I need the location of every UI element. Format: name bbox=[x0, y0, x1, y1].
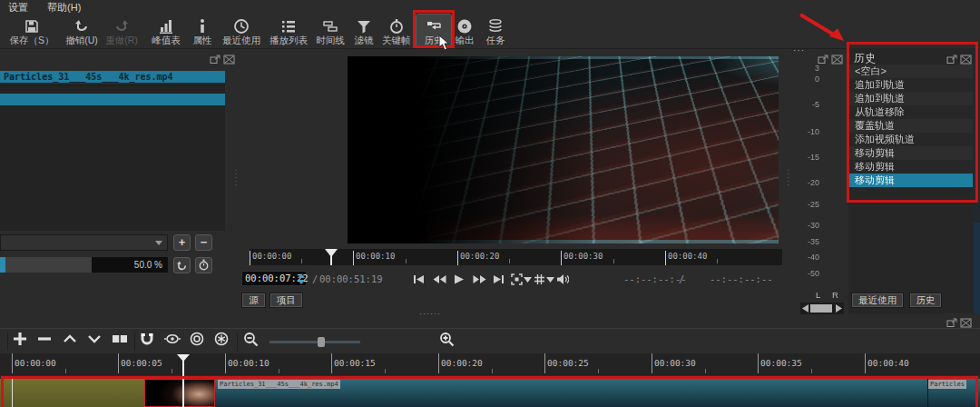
scrollbar-thumb[interactable] bbox=[810, 304, 832, 313]
scroll-left-icon[interactable] bbox=[802, 304, 808, 313]
timeline-tick-label: 00:00:05 bbox=[121, 358, 162, 368]
player-resize-handle[interactable]: ······ bbox=[419, 309, 441, 318]
tab-project[interactable]: 项目 bbox=[270, 293, 303, 308]
funnel-icon bbox=[350, 16, 377, 35]
filters-button[interactable]: 滤镜 bbox=[350, 15, 377, 47]
out-point-label: --:--:--:-- bbox=[710, 273, 773, 284]
filters-list-selected-row[interactable] bbox=[0, 94, 225, 105]
spinbox-arrows[interactable] bbox=[297, 273, 306, 286]
save-button[interactable]: 保存（S） bbox=[5, 15, 58, 47]
zoom-out-button[interactable] bbox=[240, 332, 261, 352]
param-undo-button[interactable] bbox=[173, 257, 191, 273]
spinner-down-icon[interactable] bbox=[298, 280, 305, 284]
timeline-add-button[interactable] bbox=[9, 332, 31, 352]
in-point-label: --:--:--:-- bbox=[623, 273, 687, 284]
snap-magnet-button[interactable] bbox=[136, 332, 158, 352]
recent-button[interactable]: 最近使用 bbox=[220, 15, 263, 47]
spinner-up-icon[interactable] bbox=[298, 273, 305, 278]
undo-button[interactable]: 撤销(U) bbox=[62, 15, 102, 47]
timeline-ruler[interactable]: 00:00:00 00:00:05 00:00:10 00:00:15 00:0… bbox=[0, 353, 980, 375]
timeline-remove-button[interactable] bbox=[34, 332, 55, 352]
clock-icon bbox=[220, 16, 263, 35]
export-button[interactable]: 输出 bbox=[451, 15, 478, 47]
collapse-down-button[interactable] bbox=[83, 332, 105, 352]
chevron-down-icon bbox=[155, 241, 162, 245]
timeline-button[interactable]: 时间线 bbox=[312, 15, 348, 47]
panel-splitter-handle[interactable]: ····· bbox=[233, 169, 239, 187]
timeline-zoom-slider-thumb[interactable] bbox=[318, 337, 325, 347]
add-preset-button[interactable]: + bbox=[173, 234, 191, 251]
position-spinbox[interactable]: 00:00:07:22 bbox=[241, 271, 307, 286]
zoom-fit-button[interactable] bbox=[511, 273, 523, 285]
play-button[interactable] bbox=[454, 273, 465, 285]
grid-button[interactable] bbox=[534, 273, 545, 285]
playlist-button[interactable]: 播放列表 bbox=[267, 15, 310, 47]
panel-close-icon[interactable] bbox=[223, 52, 235, 62]
ripple-all-tracks-button[interactable] bbox=[211, 332, 232, 352]
clip-olive[interactable] bbox=[0, 379, 144, 407]
skip-start-button[interactable] bbox=[413, 273, 425, 285]
panel-float-icon[interactable] bbox=[818, 52, 829, 62]
panel-float-icon[interactable] bbox=[946, 315, 958, 325]
undo-icon bbox=[62, 16, 102, 35]
tab-source[interactable]: 源 bbox=[241, 293, 266, 308]
history-item-selected[interactable]: 移动剪辑 bbox=[849, 174, 973, 187]
timeline-playhead[interactable] bbox=[182, 360, 184, 407]
history-item[interactable]: <空白> bbox=[849, 65, 973, 78]
panel-close-icon[interactable] bbox=[831, 52, 843, 62]
panel-splitter-handle[interactable]: ····· bbox=[786, 169, 791, 187]
history-item[interactable]: 添加视频轨道 bbox=[849, 133, 973, 146]
zoom-fit-caret-icon[interactable] bbox=[524, 277, 532, 283]
panel-close-icon[interactable] bbox=[960, 315, 972, 325]
panel-close-icon[interactable] bbox=[960, 52, 972, 62]
panel-float-icon[interactable] bbox=[210, 52, 221, 62]
clip-thumbnail[interactable] bbox=[144, 379, 215, 407]
panel-float-icon[interactable] bbox=[946, 52, 958, 62]
zoom-in-button[interactable] bbox=[436, 332, 457, 352]
meter-scrollbar[interactable] bbox=[800, 303, 844, 314]
history-button[interactable]: 历史 bbox=[416, 15, 451, 47]
history-item[interactable]: 覆盖轨道 bbox=[849, 119, 973, 133]
redo-button[interactable]: 重做(R) bbox=[102, 15, 142, 47]
keyframes-button[interactable]: 关键帧 bbox=[379, 15, 414, 47]
timeline-tick-label: 00:00:30 bbox=[654, 358, 696, 368]
history-item[interactable]: 追加到轨道 bbox=[849, 92, 973, 105]
param-value[interactable]: 50.0 % bbox=[92, 257, 168, 273]
preset-dropdown[interactable] bbox=[0, 234, 168, 251]
timeline-tick-label: 00:00:40 bbox=[867, 358, 909, 368]
db-scale-label: -40 bbox=[792, 253, 819, 262]
db-scale-label: -30 bbox=[792, 221, 819, 230]
tab-history[interactable]: 历史 bbox=[909, 293, 942, 308]
history-item[interactable]: 从轨道移除 bbox=[849, 105, 973, 119]
timeline-zoom-slider-track[interactable] bbox=[270, 341, 360, 343]
ripple-button[interactable] bbox=[186, 332, 208, 352]
meter-menu-button[interactable]: ··· bbox=[793, 45, 805, 55]
playlist-icon bbox=[267, 16, 310, 35]
history-item[interactable]: 追加到轨道 bbox=[849, 78, 973, 92]
skip-end-button[interactable] bbox=[493, 273, 505, 285]
history-item[interactable]: 移动剪辑 bbox=[849, 146, 973, 160]
cut-button[interactable] bbox=[109, 332, 131, 352]
duration-separator: / bbox=[312, 273, 318, 284]
rewind-button[interactable] bbox=[433, 273, 446, 285]
param-slider-track[interactable] bbox=[0, 257, 92, 273]
scrub-while-dragging-button[interactable] bbox=[162, 332, 183, 352]
player-playhead-pin[interactable] bbox=[325, 249, 338, 257]
stack-icon bbox=[480, 16, 511, 35]
tab-recent[interactable]: 最近使用 bbox=[851, 293, 904, 308]
menu-bar: 设置 帮助(H) bbox=[0, 0, 980, 14]
peak-meter-button[interactable]: 峰值表 bbox=[145, 15, 187, 47]
param-keyframe-button[interactable] bbox=[195, 257, 212, 273]
duration-label: 00:00:51:19 bbox=[319, 273, 383, 284]
scroll-right-icon[interactable] bbox=[836, 304, 842, 313]
properties-button[interactable]: 属性 bbox=[187, 15, 218, 47]
fast-forward-button[interactable] bbox=[473, 273, 486, 285]
clip-label: Particles_31___45s___4k_res.mp4 bbox=[218, 380, 340, 389]
filters-list[interactable] bbox=[0, 84, 225, 231]
volume-button[interactable] bbox=[556, 273, 569, 285]
collapse-up-button[interactable] bbox=[59, 332, 81, 352]
grid-caret-icon[interactable] bbox=[546, 277, 554, 283]
history-item[interactable]: 移动剪辑 bbox=[849, 160, 973, 174]
remove-preset-button[interactable]: − bbox=[195, 234, 212, 251]
jobs-button[interactable]: 任务 bbox=[480, 15, 511, 47]
